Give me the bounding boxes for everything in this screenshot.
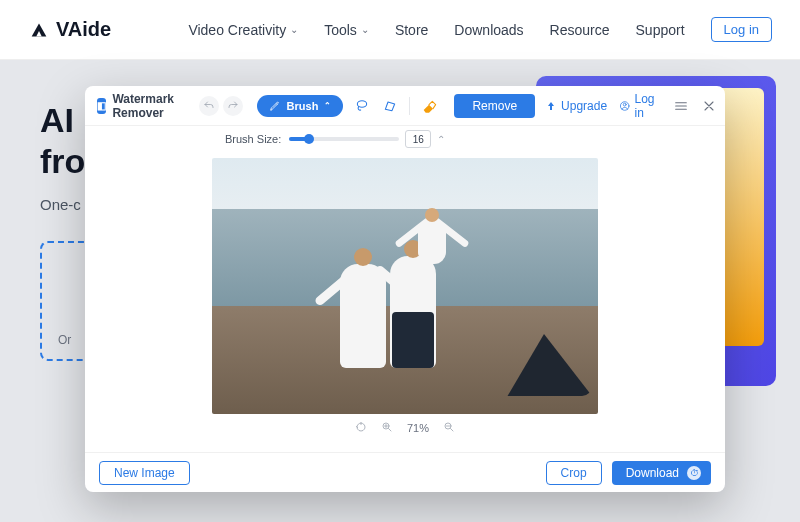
tool-selector: Brush ⌃ (257, 95, 439, 117)
canvas-area: 71% (85, 152, 725, 452)
brand-text: VAide (56, 18, 111, 41)
undo-button[interactable] (199, 96, 219, 116)
canvas-image[interactable] (212, 158, 598, 414)
polygon-tool-button[interactable] (381, 97, 399, 115)
svg-point-2 (623, 103, 626, 106)
brand-logo[interactable]: VAide (28, 18, 111, 41)
undo-icon (203, 100, 215, 112)
app-title: ◧ Watermark Remover (97, 92, 181, 120)
nav-resource[interactable]: Resource (550, 22, 610, 38)
nav-video-creativity[interactable]: Video Creativity ⌄ (188, 22, 298, 38)
zoom-out-button[interactable] (443, 421, 455, 436)
upgrade-link[interactable]: Upgrade (545, 99, 607, 113)
site-login-button[interactable]: Log in (711, 17, 772, 42)
lasso-tool-button[interactable] (353, 97, 371, 115)
nav-downloads[interactable]: Downloads (454, 22, 523, 38)
nav-support[interactable]: Support (636, 22, 685, 38)
modal-footer: New Image Crop Download ⏱ (85, 452, 725, 492)
lasso-icon (354, 98, 370, 114)
main-nav: Video Creativity ⌄ Tools ⌄ Store Downloa… (188, 17, 772, 42)
brush-size-collapse[interactable]: ⌃ (437, 134, 451, 145)
redo-icon (227, 100, 239, 112)
chevron-down-icon: ⌄ (361, 24, 369, 35)
watermark-remover-modal: ◧ Watermark Remover Brush ⌃ (85, 86, 725, 492)
modal-toolbar: ◧ Watermark Remover Brush ⌃ (85, 86, 725, 126)
history-buttons (199, 96, 243, 116)
separator (409, 97, 410, 115)
menu-icon (673, 98, 689, 114)
nav-tools[interactable]: Tools ⌄ (324, 22, 369, 38)
brush-tool-button[interactable]: Brush ⌃ (257, 95, 344, 117)
crop-button[interactable]: Crop (546, 461, 602, 485)
eraser-tool-button[interactable] (420, 97, 438, 115)
polygon-icon (382, 98, 398, 114)
menu-button[interactable] (673, 97, 689, 115)
download-icon: ⏱ (687, 466, 701, 480)
fit-icon (355, 421, 367, 433)
modal-login-link[interactable]: Log in (619, 92, 661, 120)
nav-store[interactable]: Store (395, 22, 428, 38)
zoom-in-button[interactable] (381, 421, 393, 436)
logo-icon (28, 19, 50, 41)
upgrade-icon (545, 100, 557, 112)
chevron-up-icon: ⌃ (324, 101, 331, 110)
brush-size-slider[interactable] (289, 137, 399, 141)
zoom-controls: 71% (355, 414, 455, 442)
brush-size-row: Brush Size: 16 ⌃ (85, 126, 725, 152)
site-header: VAide Video Creativity ⌄ Tools ⌄ Store D… (0, 0, 800, 60)
zoom-out-icon (443, 421, 455, 433)
fit-button[interactable] (355, 421, 367, 436)
brush-size-value[interactable]: 16 (405, 130, 431, 148)
brush-icon (269, 100, 281, 112)
brush-size-label: Brush Size: (225, 133, 281, 145)
new-image-button[interactable]: New Image (99, 461, 190, 485)
redo-button[interactable] (223, 96, 243, 116)
close-button[interactable] (701, 97, 717, 115)
eraser-icon (421, 98, 437, 114)
chevron-down-icon: ⌄ (290, 24, 298, 35)
close-icon (701, 98, 717, 114)
zoom-level: 71% (407, 422, 429, 434)
app-logo-icon: ◧ (97, 98, 106, 114)
modal-top-right: Upgrade Log in (545, 92, 717, 120)
remove-button[interactable]: Remove (454, 94, 535, 118)
zoom-in-icon (381, 421, 393, 433)
download-button[interactable]: Download ⏱ (612, 461, 711, 485)
user-icon (619, 99, 630, 113)
